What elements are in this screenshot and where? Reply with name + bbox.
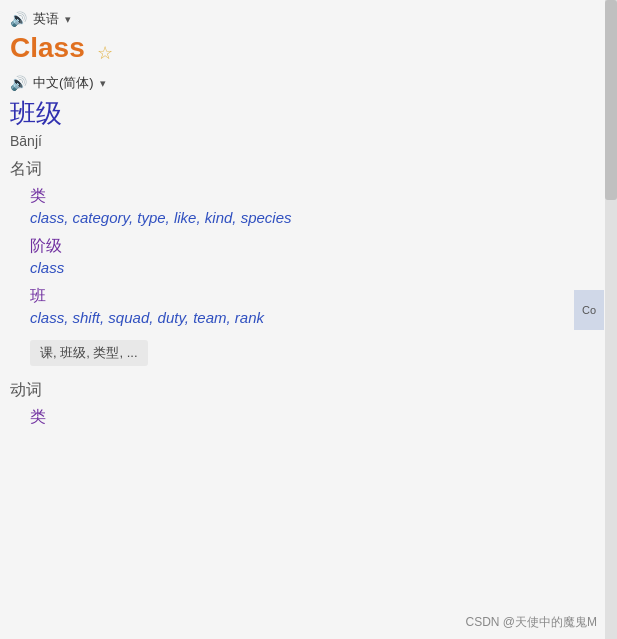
scrollbar-thumb[interactable] <box>605 0 617 200</box>
noun-pos-label: 名词 <box>10 159 617 180</box>
noun-entry-1: 类 class, category, type, like, kind, spe… <box>30 186 617 226</box>
pinyin: Bānjí <box>10 133 617 149</box>
main-container: 🔊 英语 ▾ Class ☆ 🔊 中文(简体) ▾ 班级 Bānjí 名词 类 … <box>0 0 617 639</box>
more-button[interactable]: 课, 班级, 类型, ... <box>30 340 148 366</box>
chinese-word: 班级 <box>10 96 617 131</box>
noun-entry-3-chinese: 班 <box>30 286 617 307</box>
verb-entry-1-chinese: 类 <box>30 407 617 428</box>
right-panel: Co <box>574 290 604 330</box>
target-lang-label: 中文(简体) <box>33 74 94 92</box>
word-title: Class <box>10 32 85 64</box>
source-speaker-icon[interactable]: 🔊 <box>10 11 27 27</box>
noun-entry-2-english: class <box>30 259 617 276</box>
target-lang-dropdown[interactable]: ▾ <box>100 77 106 90</box>
noun-entry-2-chinese: 阶级 <box>30 236 617 257</box>
star-icon[interactable]: ☆ <box>97 43 113 63</box>
target-lang-row: 🔊 中文(简体) ▾ <box>10 74 617 92</box>
source-lang-label: 英语 <box>33 10 59 28</box>
noun-entry-3-english: class, shift, squad, duty, team, rank <box>30 309 617 326</box>
verb-entry-1: 类 <box>30 407 617 428</box>
verb-pos-label: 动词 <box>10 380 617 401</box>
watermark: CSDN @天使中的魔鬼M <box>465 614 597 631</box>
noun-entry-1-english: class, category, type, like, kind, speci… <box>30 209 617 226</box>
target-speaker-icon[interactable]: 🔊 <box>10 75 27 91</box>
noun-entry-1-chinese: 类 <box>30 186 617 207</box>
noun-entry-3: 班 class, shift, squad, duty, team, rank <box>30 286 617 326</box>
word-title-row: Class ☆ <box>10 32 617 68</box>
source-lang-dropdown[interactable]: ▾ <box>65 13 71 26</box>
source-lang-row: 🔊 英语 ▾ <box>10 10 617 28</box>
noun-entry-2: 阶级 class <box>30 236 617 276</box>
scrollbar[interactable] <box>605 0 617 639</box>
